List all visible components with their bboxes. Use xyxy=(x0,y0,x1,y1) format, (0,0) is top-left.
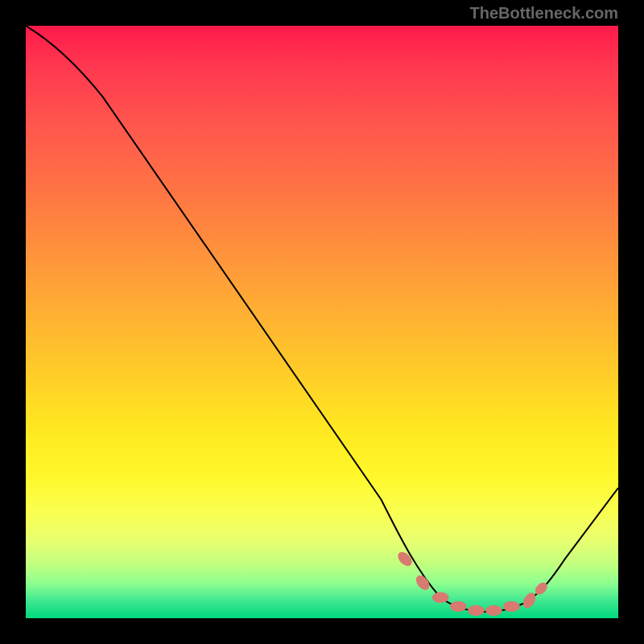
curve-svg xyxy=(26,26,618,618)
marker-dot xyxy=(450,601,467,612)
plot-area xyxy=(26,26,618,618)
chart-container: TheBottleneck.com xyxy=(0,0,644,644)
marker-dot xyxy=(485,605,502,616)
watermark-text: TheBottleneck.com xyxy=(470,4,618,23)
marker-dot xyxy=(503,601,520,612)
marker-dot xyxy=(432,592,449,603)
marker-dot xyxy=(395,549,415,568)
optimum-markers xyxy=(395,549,550,616)
marker-dot xyxy=(521,591,539,610)
marker-dot xyxy=(468,605,485,616)
bottleneck-curve-path xyxy=(26,26,618,612)
